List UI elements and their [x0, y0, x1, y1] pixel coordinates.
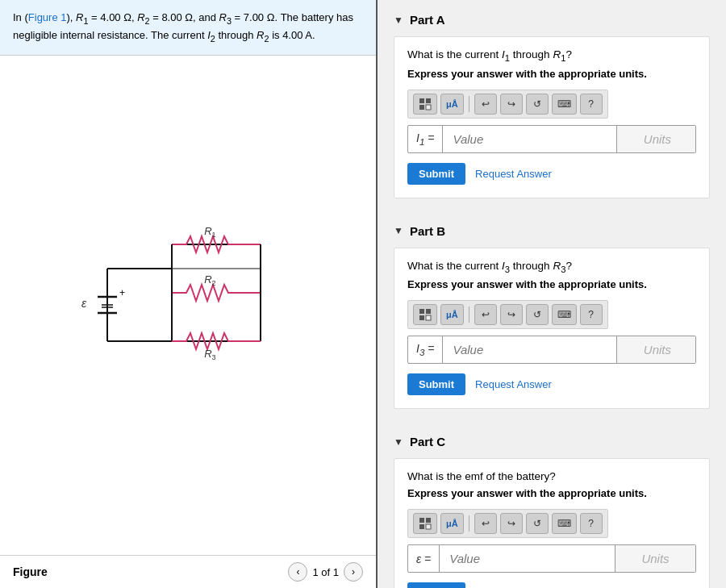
part-a-section: ▼ Part A What is the current I1 through … — [378, 0, 726, 198]
part-c-title: Part C — [410, 435, 445, 448]
grid-icon — [419, 98, 432, 111]
part-c-action-row: Submit — [407, 582, 696, 588]
part-b-redo-button[interactable]: ↪ — [500, 304, 523, 325]
part-b-reset-button[interactable]: ↺ — [526, 304, 549, 325]
part-b-request-answer-link[interactable]: Request Answer — [475, 378, 552, 390]
part-b-value-input[interactable] — [442, 336, 616, 363]
part-a-undo-button[interactable]: ↩ — [474, 94, 497, 115]
part-b-header: ▼ Part B — [394, 224, 710, 238]
part-a-action-row: Submit Request Answer — [407, 163, 696, 185]
figure-area: R 1 R 2 — [0, 56, 376, 588]
svg-rect-35 — [426, 518, 431, 523]
part-c-undo-button[interactable]: ↩ — [474, 513, 497, 534]
part-a-keyboard-button[interactable]: ⌨ — [552, 94, 577, 115]
circuit-container: R 1 R 2 — [0, 56, 376, 555]
svg-text:R: R — [204, 273, 211, 286]
part-c-input-row: ε = Units — [407, 544, 696, 573]
svg-rect-26 — [419, 98, 424, 103]
svg-text:2: 2 — [211, 279, 215, 287]
svg-text:3: 3 — [211, 353, 215, 361]
part-a-submit-button[interactable]: Submit — [407, 163, 465, 185]
figure-label: Figure — [13, 565, 48, 578]
svg-rect-28 — [419, 105, 424, 110]
part-c-help-button[interactable]: ? — [580, 513, 603, 534]
part-b-submit-button[interactable]: Submit — [407, 373, 465, 395]
part-c-grid-button[interactable] — [413, 513, 437, 534]
part-a-instruction: Express your answer with the appropriate… — [407, 68, 696, 80]
part-b-undo-button[interactable]: ↩ — [474, 304, 497, 325]
part-b-section: ▼ Part B What is the current I3 through … — [378, 211, 726, 410]
part-c-toolbar: μÅ ↩ ↪ ↺ ⌨ ? — [407, 509, 608, 538]
grid-icon-c — [419, 517, 432, 530]
svg-text:R: R — [204, 225, 211, 237]
part-a-input-row: I1 = Units — [407, 125, 696, 153]
part-b-title: Part B — [410, 224, 445, 238]
part-b-input-row: I3 = Units — [407, 336, 696, 364]
svg-rect-27 — [426, 98, 431, 103]
svg-rect-36 — [419, 524, 424, 529]
prev-figure-button[interactable]: ‹ — [288, 562, 307, 582]
part-a-input-label: I1 = — [408, 131, 442, 147]
part-a-value-input[interactable] — [442, 126, 616, 152]
part-c-content: What is the emf of the battery? Express … — [394, 458, 710, 588]
svg-rect-33 — [426, 315, 431, 320]
problem-text: In (Figure 1), R1 = 4.00 Ω, R2 = 8.00 Ω,… — [0, 0, 376, 56]
svg-rect-32 — [419, 315, 424, 320]
part-b-keyboard-button[interactable]: ⌨ — [552, 304, 577, 325]
figure-link[interactable]: Figure 1 — [28, 11, 67, 23]
part-c-unit-button[interactable]: μÅ — [440, 513, 464, 534]
part-a-units[interactable]: Units — [616, 126, 696, 152]
part-c-submit-button[interactable]: Submit — [407, 582, 465, 588]
part-a-grid-button[interactable] — [413, 94, 437, 115]
figure-nav: ‹ 1 of 1 › — [288, 562, 363, 582]
part-c-value-input[interactable] — [439, 545, 615, 572]
left-panel: In (Figure 1), R1 = 4.00 Ω, R2 = 8.00 Ω,… — [0, 0, 378, 588]
part-b-instruction: Express your answer with the appropriate… — [407, 278, 696, 290]
svg-rect-29 — [426, 105, 431, 110]
svg-text:+: + — [119, 287, 125, 298]
part-a-unit-button[interactable]: μÅ — [440, 94, 464, 115]
next-figure-button[interactable]: › — [344, 562, 363, 582]
part-c-reset-button[interactable]: ↺ — [526, 513, 549, 534]
part-b-collapse-arrow[interactable]: ▼ — [394, 225, 403, 236]
part-a-request-answer-link[interactable]: Request Answer — [475, 168, 552, 180]
toolbar-sep-2 — [469, 307, 469, 323]
svg-rect-37 — [426, 524, 431, 529]
circuit-diagram: R 1 R 2 — [67, 220, 309, 390]
part-b-grid-button[interactable] — [413, 304, 437, 325]
toolbar-sep-3 — [469, 515, 469, 532]
part-b-help-button[interactable]: ? — [580, 304, 603, 325]
part-b-units[interactable]: Units — [616, 336, 696, 363]
part-c-input-label: ε = — [408, 553, 439, 565]
svg-text:R: R — [204, 348, 211, 360]
svg-rect-31 — [426, 309, 431, 314]
svg-rect-30 — [419, 309, 424, 314]
part-a-help-button[interactable]: ? — [580, 94, 603, 115]
part-c-section: ▼ Part C What is the emf of the battery?… — [378, 422, 726, 588]
right-panel: ▼ Part A What is the current I1 through … — [378, 0, 726, 588]
part-b-content: What is the current I3 through R3? Expre… — [394, 248, 710, 410]
part-b-action-row: Submit Request Answer — [407, 373, 696, 395]
part-b-unit-button[interactable]: μÅ — [440, 304, 464, 325]
part-b-input-label: I3 = — [408, 342, 442, 357]
svg-text:1: 1 — [211, 231, 215, 239]
part-b-toolbar: μÅ ↩ ↪ ↺ ⌨ ? — [407, 300, 608, 329]
part-a-toolbar: μÅ ↩ ↪ ↺ ⌨ ? — [407, 90, 608, 119]
part-a-content: What is the current I1 through R1? Expre… — [394, 36, 710, 198]
part-a-collapse-arrow[interactable]: ▼ — [394, 15, 403, 26]
part-c-redo-button[interactable]: ↪ — [500, 513, 523, 534]
part-a-question: What is the current I1 through R1? — [407, 48, 696, 63]
part-a-title: Part A — [410, 13, 445, 27]
part-c-collapse-arrow[interactable]: ▼ — [394, 436, 403, 448]
part-a-redo-button[interactable]: ↪ — [500, 94, 523, 115]
figure-page: 1 of 1 — [312, 566, 339, 578]
part-a-reset-button[interactable]: ↺ — [526, 94, 549, 115]
part-c-header: ▼ Part C — [394, 435, 710, 448]
part-a-header: ▼ Part A — [394, 13, 710, 27]
part-c-instruction: Express your answer with the appropriate… — [407, 487, 696, 499]
svg-rect-34 — [419, 518, 424, 523]
part-c-units[interactable]: Units — [615, 545, 695, 572]
grid-icon-b — [419, 308, 432, 321]
toolbar-sep-1 — [469, 96, 469, 112]
part-c-keyboard-button[interactable]: ⌨ — [552, 513, 577, 534]
